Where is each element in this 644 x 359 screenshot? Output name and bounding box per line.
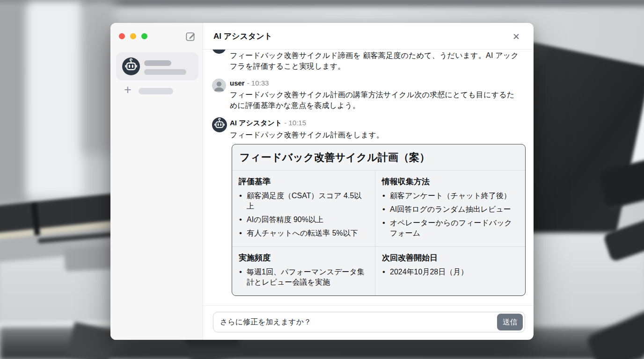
- page-title: AI アシスタント: [213, 31, 272, 42]
- minimize-traffic-light[interactable]: [130, 33, 136, 39]
- chat-title-placeholder: [144, 60, 171, 66]
- chat-preview-placeholder: [144, 69, 186, 75]
- compose-icon: [184, 37, 197, 44]
- chat-header: AI アシスタント ✕: [203, 23, 534, 50]
- sender-name: user: [230, 79, 245, 87]
- composer-bar: 送信: [213, 312, 525, 332]
- list-item: 有人チャットへの転送率 5%以下: [239, 228, 368, 238]
- list-item: AIの回答精度 90%以上: [239, 215, 368, 225]
- close-icon: ✕: [512, 32, 520, 42]
- user-avatar-icon: [212, 79, 226, 93]
- section-heading: 次回改善開始日: [382, 252, 519, 263]
- list-item: 2024年10月28日（月）: [382, 267, 519, 277]
- card-grid: 評価基準 顧客満足度（CSAT）スコア 4.5以上 AIの回答精度 90%以上 …: [232, 171, 525, 295]
- new-chat-placeholder: [139, 88, 173, 94]
- plan-proposal-card: フィードバック改善サイクル計画（案） 評価基準 顧客満足度（CSAT）スコア 4…: [232, 144, 526, 296]
- compose-button[interactable]: [184, 30, 197, 43]
- section-heading: 情報収集方法: [382, 176, 519, 187]
- card-section-evaluation-criteria: 評価基準 顧客満足度（CSAT）スコア 4.5以上 AIの回答精度 90%以上 …: [232, 171, 375, 246]
- chat-main: AI アシスタント ✕ フィードバック改善サイクルド諦画を 顧客蒿足度のためて、…: [203, 23, 534, 340]
- zoom-traffic-light[interactable]: [141, 33, 147, 39]
- send-button[interactable]: 送信: [497, 314, 523, 330]
- message-input[interactable]: [213, 312, 492, 332]
- chat-app-window: + AI アシスタント ✕ フィードバック改善サイクルド諦画を 顧客蒿足度のため…: [110, 23, 534, 340]
- card-section-frequency: 実施頻度 毎週1回、パフォーマンスデータ集計とレビュー会議を実施: [232, 246, 375, 295]
- card-section-data-collection: 情報収集方法 顧客アンケート（チャット終了後） AI回答ログのランダム抽出レビュ…: [375, 171, 525, 246]
- list-item: AI回答ログのランダム抽出レビュー: [382, 204, 519, 215]
- section-heading: 実施頻度: [239, 252, 368, 263]
- card-section-next-start-date: 次回改善開始日 2024年10月28日（月）: [375, 246, 525, 295]
- message-time: - 10:33: [247, 79, 269, 87]
- message-text: フィードバック改善サイクル計画の講筆方法サイクル次の求惄にとても目にするために評…: [230, 89, 522, 111]
- plus-icon: +: [124, 83, 132, 97]
- bot-avatar-icon: [212, 50, 226, 54]
- list-item: オペレーターからのフィードバックフォーム: [382, 218, 519, 238]
- composer-divider: [203, 305, 534, 306]
- sidebar-item-ai-assistant[interactable]: [116, 52, 198, 80]
- message-text: フィードバック改善サイクルド諦画を 顧客蒿足度のためて、うだいます。AI アック…: [230, 50, 519, 72]
- sidebar: +: [110, 23, 203, 340]
- bot-avatar-icon: [212, 117, 227, 132]
- close-button[interactable]: ✕: [509, 29, 523, 43]
- message-time: - 10:15: [284, 119, 306, 127]
- window-controls: [119, 33, 147, 39]
- message-text: フィードパック改善サイクル計画をします。: [230, 129, 522, 140]
- card-title: フィードバック改善サイクル計画（案）: [232, 144, 525, 171]
- screenshot-stage: + AI アシスタント ✕ フィードバック改善サイクルド諦画を 顧客蒿足度のため…: [0, 0, 644, 359]
- list-item: 毎週1回、パフォーマンスデータ集計とレビュー会議を実施: [239, 267, 368, 287]
- new-chat-button[interactable]: +: [121, 83, 135, 97]
- window-light-band: [27, 0, 83, 196]
- sender-name: AI アシスタント: [230, 119, 282, 127]
- list-item: 顧客アンケート（チャット終了後）: [382, 191, 519, 201]
- send-button-label: 送信: [503, 318, 517, 326]
- section-heading: 評価基準: [239, 176, 368, 187]
- message-meta: user- 10:33: [230, 79, 269, 88]
- list-item: 顧客満足度（CSAT）スコア 4.5以上: [239, 191, 368, 211]
- message-list[interactable]: フィードバック改善サイクルド諦画を 顧客蒿足度のためて、うだいます。AI アック…: [203, 50, 534, 340]
- bot-avatar-icon: [122, 57, 140, 75]
- message-meta: AI アシスタント- 10:15: [230, 119, 306, 128]
- close-traffic-light[interactable]: [119, 33, 125, 39]
- wall-shadow-band: [0, 0, 28, 206]
